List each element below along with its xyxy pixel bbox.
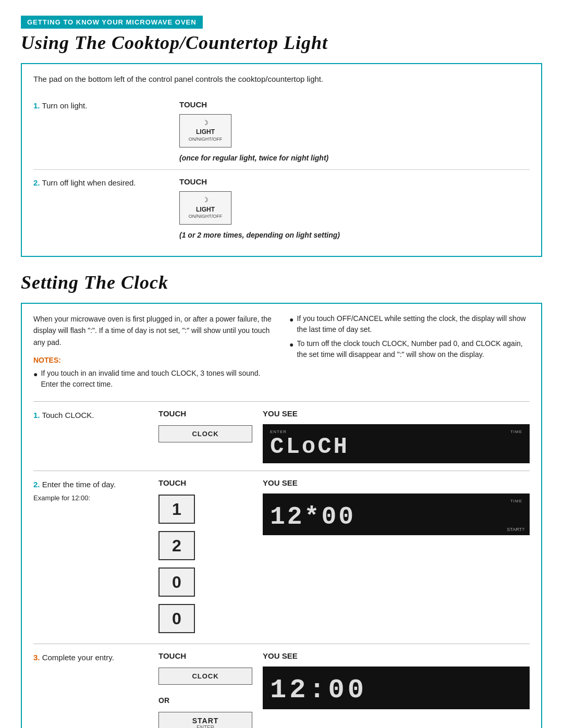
- cooktop-step-1-left: 1. Turn on light.: [33, 100, 169, 112]
- lcd-display-1: ENTER TIME CLoCH: [263, 424, 530, 463]
- clock-step-1-mid: TOUCH CLOCK: [158, 409, 252, 442]
- or-label: OR: [158, 696, 252, 705]
- header-bar: Getting to Know Your Microwave Oven: [21, 16, 203, 29]
- start-button[interactable]: START ENTER 🔒: [158, 712, 252, 728]
- lcd-display-2: TIME 12*00 START?: [263, 493, 530, 535]
- clock-title: Setting the Clock: [21, 272, 542, 293]
- cooktop-step-2-left: 2. Turn off light when desired.: [33, 177, 169, 189]
- cooktop-step-1-right: TOUCH ☽ LIGHT ON/NIGHT/OFF (once for reg…: [179, 100, 530, 162]
- lcd-text-1: CLoCH: [270, 435, 522, 458]
- you-see-header-3: YOU SEE: [263, 651, 530, 660]
- you-see-header-1: YOU SEE: [263, 409, 530, 418]
- lcd-display-3: 12:00: [263, 667, 530, 709]
- touch-label-2: TOUCH: [179, 177, 530, 186]
- cooktop-step-1-note: (once for regular light, twice for night…: [179, 154, 530, 162]
- num-btn-1[interactable]: 1: [158, 495, 195, 524]
- clock-intro-area: When your microwave oven is first plugge…: [33, 313, 530, 393]
- clock-step-3-mid: TOUCH CLOCK OR START ENTER 🔒: [158, 651, 252, 728]
- light-button-2[interactable]: ☽ LIGHT ON/NIGHT/OFF: [179, 191, 231, 225]
- touch-label-1: TOUCH: [179, 100, 530, 109]
- clock-note-1: ● If you touch in an invalid time and to…: [33, 368, 274, 390]
- clock-intro-left: When your microwave oven is first plugge…: [33, 313, 274, 393]
- clock-step-1-left: 1. Touch CLOCK.: [33, 409, 148, 422]
- clock-step-3-right: YOU SEE 12:00: [263, 651, 530, 709]
- cooktop-step-2-note: (1 or 2 more times, depending on light s…: [179, 231, 530, 239]
- clock-bullet-1: ● If you touch OFF/CANCEL while setting …: [289, 313, 530, 335]
- lcd-text-2: 12*00: [270, 504, 522, 529]
- cooktop-step-2: 2. Turn off light when desired. TOUCH ☽ …: [33, 170, 530, 246]
- clock-step-3-left: 3. Complete your entry.: [33, 651, 148, 664]
- cooktop-content-box: The pad on the bottom left of the contro…: [21, 63, 542, 257]
- touch-col-header-1: TOUCH: [158, 409, 252, 418]
- clock-step-2-mid: TOUCH 1 2 0 0: [158, 478, 252, 636]
- cooktop-step-2-right: TOUCH ☽ LIGHT ON/NIGHT/OFF (1 or 2 more …: [179, 177, 530, 239]
- light-button-1[interactable]: ☽ LIGHT ON/NIGHT/OFF: [179, 114, 231, 147]
- clock-step-1-right: YOU SEE ENTER TIME CLoCH: [263, 409, 530, 463]
- you-see-header-2: YOU SEE: [263, 478, 530, 487]
- clock-button-1[interactable]: CLOCK: [158, 425, 252, 442]
- clock-button-3[interactable]: CLOCK: [158, 668, 252, 685]
- touch-col-header-3: TOUCH: [158, 651, 252, 660]
- num-btn-2[interactable]: 2: [158, 531, 195, 560]
- cooktop-intro: The pad on the bottom left of the contro…: [33, 73, 530, 85]
- cooktop-step-1: 1. Turn on light. TOUCH ☽ LIGHT ON/NIGHT…: [33, 93, 530, 170]
- clock-notes-label: NOTES:: [33, 354, 274, 366]
- clock-step-2: 2. Enter the time of day. Example for 12…: [33, 471, 530, 644]
- clock-step-3: 3. Complete your entry. TOUCH CLOCK OR S…: [33, 644, 530, 728]
- clock-intro-right: ● If you touch OFF/CANCEL while setting …: [289, 313, 530, 393]
- touch-col-header-2: TOUCH: [158, 478, 252, 487]
- clock-content-box: When your microwave oven is first plugge…: [21, 303, 542, 728]
- clock-step-2-right: YOU SEE TIME 12*00 START?: [263, 478, 530, 535]
- clock-step-2-left: 2. Enter the time of day. Example for 12…: [33, 478, 148, 504]
- cooktop-title: Using the Cooktop/Countertop Light: [21, 32, 542, 54]
- clock-step-1: 1. Touch CLOCK. TOUCH CLOCK YOU SEE ENTE…: [33, 401, 530, 471]
- lcd-text-3: 12:00: [270, 677, 522, 704]
- num-btn-3[interactable]: 0: [158, 567, 195, 597]
- num-btn-4[interactable]: 0: [158, 604, 195, 633]
- clock-bullet-2: ● To turn off the clock touch CLOCK, Num…: [289, 338, 530, 360]
